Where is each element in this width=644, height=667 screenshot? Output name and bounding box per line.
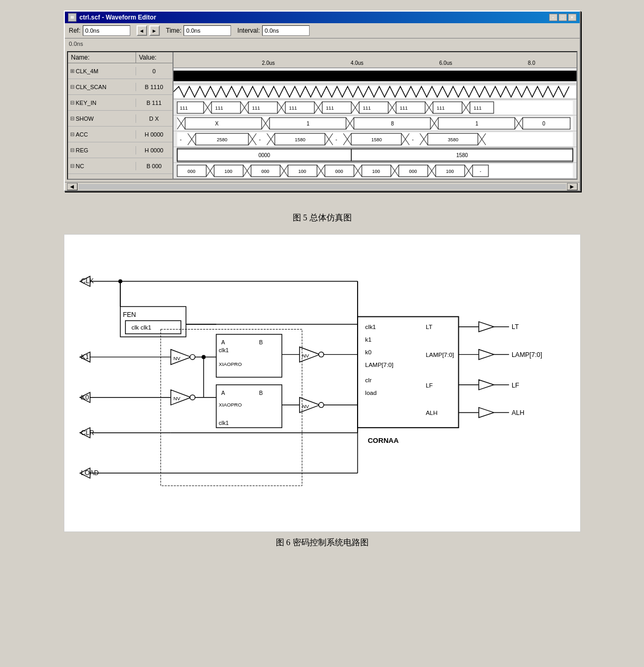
svg-point-88 [190, 354, 195, 360]
lamp-port-label: LAMP[7:0] [426, 352, 454, 358]
svg-text:1580: 1580 [371, 137, 381, 142]
svg-rect-0 [174, 71, 576, 81]
signal-name-show: ⊟ SHOW [68, 114, 136, 123]
signal-header: Name: Value: [68, 52, 172, 63]
title-bar-left: ≋ ctrl.scf - Waveform Editor [68, 13, 157, 22]
lf-output-label: LF [511, 382, 519, 389]
svg-text:000: 000 [261, 169, 269, 174]
svg-text:3580: 3580 [447, 137, 458, 142]
circuit-svg: CLK FEN clk clk1 K1 K0 CLR LOAD [75, 245, 570, 519]
signal-row-acc[interactable]: ⊟ ACC H 0000 [68, 127, 172, 142]
signal-row-keyin[interactable]: ⊟ KEY_IN B 111 [68, 95, 172, 111]
nv4-label: NV [302, 403, 309, 409]
next-button[interactable]: ► [149, 25, 160, 36]
svg-rect-45 [177, 148, 573, 162]
scroll-right-btn[interactable]: ► [567, 183, 578, 190]
minimize-button[interactable]: - [549, 14, 558, 21]
signal-value-nc: B 000 [136, 162, 172, 170]
title-controls[interactable]: - □ × [549, 14, 576, 21]
toolbar: Ref: ◄ ► Time: Interval: [65, 23, 580, 38]
maximize-button[interactable]: □ [559, 14, 567, 21]
cursor-pos: 0.0ns [69, 41, 83, 47]
svg-text:-: - [412, 137, 414, 142]
svg-text:1580: 1580 [456, 152, 468, 158]
waveform-svg-show: X 1 8 1 [174, 115, 576, 131]
prev-button[interactable]: ◄ [137, 25, 147, 36]
block2-clk-label: clk1 [218, 420, 228, 426]
svg-text:1: 1 [475, 121, 478, 127]
svg-text:-: - [259, 137, 261, 142]
ref-group: Ref: [69, 25, 130, 36]
horizontal-scrollbar[interactable]: ◄ ► [65, 182, 580, 190]
waveform-clk4m [174, 68, 576, 84]
svg-point-101 [319, 352, 324, 357]
signal-value-reg: H 0000 [136, 146, 172, 154]
time-tick-2us: 2.0us [262, 60, 275, 66]
alh-output-label: ALH [511, 409, 524, 417]
signal-icon-nc: ⊟ [70, 163, 74, 169]
svg-text:100: 100 [446, 169, 454, 174]
lamp-output-label: LAMP[7:0] [511, 351, 542, 359]
signal-row-clk4m[interactable]: ⊞ CLK_4M 0 [68, 63, 172, 79]
svg-text:111: 111 [474, 105, 482, 111]
svg-text:100: 100 [298, 169, 306, 174]
svg-text:111: 111 [437, 105, 445, 111]
block1-b-label: B [259, 339, 263, 345]
cornaa-k1-label: k1 [365, 336, 371, 343]
svg-text:100: 100 [224, 169, 232, 174]
time-group: Time: [166, 25, 232, 36]
svg-rect-21 [177, 117, 573, 130]
close-button[interactable]: × [568, 14, 576, 21]
waveform-rows: 111 111 111 111 111 [174, 68, 576, 179]
clk-clk1-label: clk clk1 [131, 324, 151, 331]
time-tick-8us: 8.0 [528, 60, 535, 66]
svg-text:8: 8 [391, 121, 394, 127]
circuit-diagram: CLK FEN clk clk1 K1 K0 CLR LOAD [64, 234, 581, 532]
interval-label: Interval: [237, 27, 260, 34]
signal-icon-clk4m: ⊞ [70, 68, 74, 74]
cursor-marker: 0.0ns [65, 38, 580, 49]
scroll-left-btn[interactable]: ◄ [67, 183, 78, 190]
signal-value-clk4m: 0 [136, 67, 172, 75]
svg-text:1580: 1580 [294, 137, 305, 142]
figure6-label: 图 6 密码控制系统电路图 [276, 537, 369, 548]
svg-rect-113 [358, 317, 458, 428]
svg-text:111: 111 [326, 105, 334, 111]
block2-b-label: B [259, 390, 263, 396]
block1-clk-label: clk1 [218, 347, 228, 353]
waveform-svg-clkscan [174, 84, 576, 100]
svg-text:100: 100 [372, 169, 380, 174]
signal-row-nc[interactable]: ⊟ NC B 000 [68, 158, 172, 174]
svg-rect-2 [177, 101, 573, 114]
signal-name-clkscan: ⊟ CLK_SCAN [68, 83, 136, 91]
svg-text:111: 111 [289, 105, 297, 111]
cornaa-lamp-label: LAMP[7:0] [365, 362, 393, 368]
time-ruler: 2.0us 4.0us 6.0us 8.0 [174, 52, 576, 68]
svg-text:111: 111 [252, 105, 260, 111]
xiaopro1-label: XIAOPRO [218, 361, 242, 367]
waveform-keyin: 111 111 111 111 111 [174, 100, 576, 115]
cornaa-clk1-label: clk1 [365, 324, 376, 331]
interval-group: Interval: [237, 25, 310, 36]
interval-input[interactable] [262, 25, 310, 36]
waveform-show: X 1 8 1 [174, 115, 576, 131]
app-icon: ≋ [68, 13, 76, 22]
signal-row-clkscan[interactable]: ⊟ CLK_SCAN B 1110 [68, 79, 172, 95]
signal-row-reg[interactable]: ⊟ REG H 0000 [68, 142, 172, 158]
time-input[interactable] [184, 25, 231, 36]
signal-row-show[interactable]: ⊟ SHOW D X [68, 111, 172, 127]
signal-value-keyin: B 111 [136, 99, 172, 107]
signal-value-show: D X [136, 114, 172, 123]
svg-text:1: 1 [306, 121, 310, 127]
svg-text:-: - [335, 137, 337, 142]
waveform-svg-reg: 0000 1580 [174, 147, 576, 163]
alh-port-label: ALH [426, 410, 437, 416]
signal-name-reg: ⊟ REG [68, 146, 136, 154]
waveform-nc: 000 100 000 [174, 163, 576, 179]
window-title: ctrl.scf - Waveform Editor [80, 14, 157, 21]
waveform-content: Name: Value: ⊞ CLK_4M 0 ⊟ CLK_SCAN B 111… [67, 51, 578, 180]
scroll-track[interactable] [79, 184, 566, 189]
nv1-label: NV [173, 355, 180, 361]
ref-input[interactable] [83, 25, 130, 36]
waveform-svg-nc: 000 100 000 [174, 163, 576, 179]
